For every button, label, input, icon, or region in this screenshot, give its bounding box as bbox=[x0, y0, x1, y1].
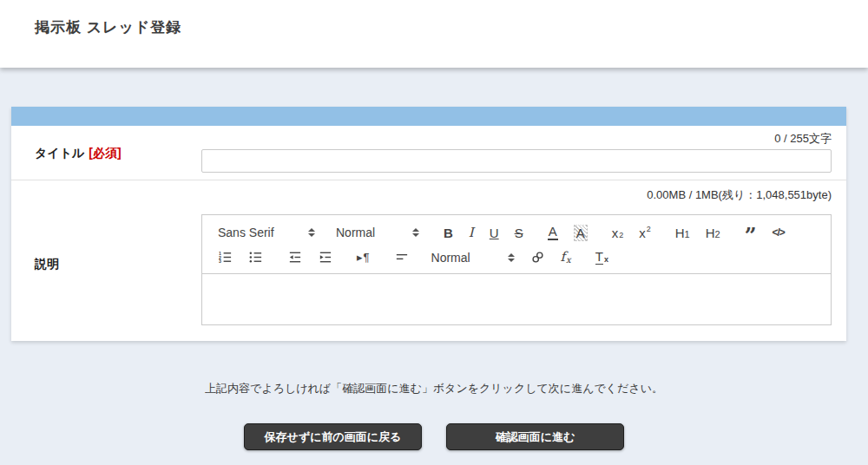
indent-icon bbox=[318, 250, 332, 265]
description-size-counter: 0.00MB / 1MB(残り：1,048,551byte) bbox=[647, 187, 832, 203]
toolbar-row-1: Sans Serif Normal B I U S A bbox=[218, 221, 822, 245]
description-row: 0.00MB / 1MB(残り：1,048,551byte) 説明 Sans S… bbox=[11, 180, 846, 341]
heading2-letter: H bbox=[706, 226, 715, 239]
header-picker[interactable]: Normal bbox=[336, 226, 419, 239]
link-button[interactable] bbox=[530, 250, 545, 265]
toolbar-row-2: 123 bbox=[218, 246, 822, 269]
superscript-base: x bbox=[639, 226, 646, 239]
direction-triangle: ▸ bbox=[357, 252, 363, 263]
title-row: 0 / 255文字 タイトル[必須] bbox=[11, 126, 846, 180]
subscript-button[interactable]: x2 bbox=[612, 226, 624, 239]
header-picker-label: Normal bbox=[336, 226, 405, 239]
svg-text:3: 3 bbox=[219, 259, 221, 265]
bullet-list-icon bbox=[248, 250, 263, 265]
instruction-text: 上記内容でよろしければ「確認画面に進む」ボタンをクリックして次に進んでください。 bbox=[0, 381, 868, 396]
link-icon bbox=[530, 250, 545, 265]
underline-button[interactable]: U bbox=[490, 226, 499, 239]
heading2-button[interactable]: H2 bbox=[706, 226, 720, 239]
subscript-base: x bbox=[612, 226, 619, 239]
text-color-icon: A bbox=[548, 225, 558, 240]
clean-format-button[interactable]: Tx bbox=[595, 250, 608, 265]
proceed-button[interactable]: 確認画面に進む bbox=[446, 423, 624, 450]
updown-caret-icon bbox=[308, 228, 315, 237]
description-label: 説明 bbox=[35, 257, 59, 272]
bullet-list-button[interactable] bbox=[248, 250, 263, 265]
heading1-letter: H bbox=[675, 226, 685, 239]
size-picker[interactable]: Normal bbox=[431, 252, 515, 264]
italic-button[interactable]: I bbox=[469, 226, 474, 239]
updown-caret-icon bbox=[412, 228, 419, 237]
superscript-button[interactable]: x2 bbox=[639, 226, 651, 239]
text-direction-button[interactable]: ▸¶ bbox=[357, 252, 370, 263]
editor-content-area[interactable] bbox=[202, 274, 831, 324]
direction-pilcrow: ¶ bbox=[364, 252, 370, 263]
outdent-icon bbox=[287, 250, 302, 265]
align-icon bbox=[394, 250, 409, 265]
title-char-counter: 0 / 255文字 bbox=[774, 131, 832, 147]
action-buttons: 保存せずに前の画面に戻る 確認画面に進む bbox=[0, 423, 868, 450]
page-title: 掲示板 スレッド登録 bbox=[0, 0, 868, 37]
title-label: タイトル[必須] bbox=[35, 146, 122, 161]
indent-button[interactable] bbox=[318, 250, 332, 265]
required-badge: [必須] bbox=[89, 146, 121, 160]
blockquote-button[interactable]: ” bbox=[745, 232, 757, 240]
page-header: 掲示板 スレッド登録 bbox=[0, 0, 868, 68]
heading2-number: 2 bbox=[715, 230, 720, 239]
description-label-text: 説明 bbox=[35, 257, 59, 271]
clean-x: x bbox=[604, 256, 608, 264]
font-picker[interactable]: Sans Serif bbox=[218, 226, 315, 239]
size-picker-label: Normal bbox=[431, 252, 501, 264]
subscript-mark: 2 bbox=[619, 232, 623, 239]
ordered-list-button[interactable]: 123 bbox=[218, 250, 233, 265]
formula-x: x bbox=[566, 256, 571, 265]
form-panel: 0 / 255文字 タイトル[必須] 0.00MB / 1MB(残り：1,048… bbox=[11, 107, 846, 341]
rich-text-editor: Sans Serif Normal B I U S A bbox=[201, 214, 832, 325]
outdent-button[interactable] bbox=[287, 250, 302, 265]
title-label-text: タイトル bbox=[35, 146, 84, 160]
title-input[interactable] bbox=[201, 149, 832, 173]
superscript-mark: 2 bbox=[647, 226, 651, 233]
clean-letter: T bbox=[595, 250, 603, 265]
panel-accent-bar bbox=[11, 107, 846, 126]
editor-toolbar: Sans Serif Normal B I U S A bbox=[202, 215, 831, 274]
text-color-button[interactable]: A bbox=[548, 225, 558, 240]
bold-button[interactable]: B bbox=[444, 226, 453, 239]
ordered-list-icon: 123 bbox=[218, 250, 233, 265]
formula-f: f bbox=[561, 251, 566, 264]
back-button[interactable]: 保存せずに前の画面に戻る bbox=[244, 423, 422, 450]
strikethrough-button[interactable]: S bbox=[515, 226, 523, 239]
main-content: 0 / 255文字 タイトル[必須] 0.00MB / 1MB(残り：1,048… bbox=[0, 107, 868, 450]
formula-button[interactable]: fx bbox=[561, 251, 571, 264]
align-button[interactable] bbox=[394, 250, 409, 265]
code-block-button[interactable]: </> bbox=[772, 227, 784, 238]
updown-caret-icon bbox=[508, 253, 515, 262]
heading1-button[interactable]: H1 bbox=[675, 226, 690, 239]
background-color-icon: A bbox=[574, 225, 588, 241]
font-picker-label: Sans Serif bbox=[218, 226, 301, 239]
background-color-button[interactable]: A bbox=[574, 225, 588, 241]
heading1-number: 1 bbox=[685, 230, 690, 239]
